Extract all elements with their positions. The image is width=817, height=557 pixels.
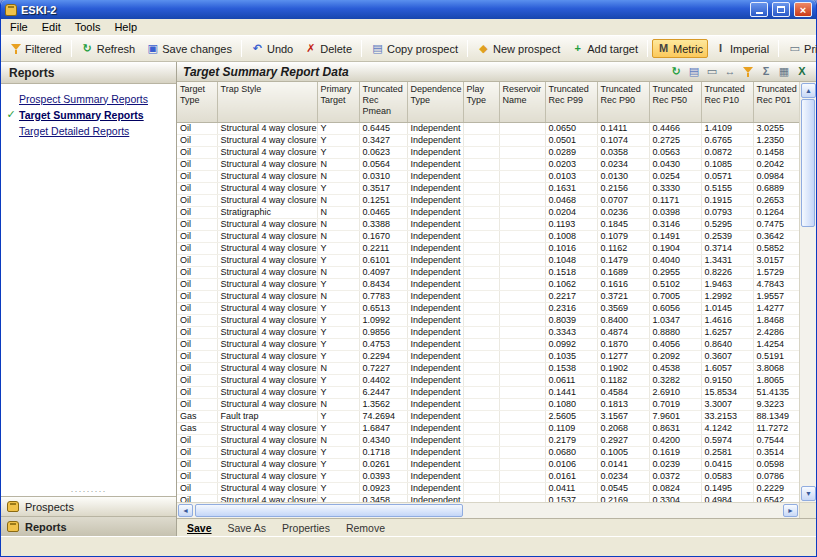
cell[interactable]: Stratigraphic	[217, 206, 317, 218]
cell[interactable]: 0.3282	[649, 374, 701, 386]
cell[interactable]: Oil	[177, 242, 217, 254]
cell[interactable]: 0.2068	[597, 422, 649, 434]
cell[interactable]: 3.1567	[597, 410, 649, 422]
cell[interactable]: 0.1035	[545, 350, 597, 362]
cell[interactable]: 0.4097	[359, 266, 407, 278]
cell[interactable]: 0.3517	[359, 182, 407, 194]
cell[interactable]: 1.3562	[359, 398, 407, 410]
cell[interactable]	[463, 470, 499, 482]
cell[interactable]: 0.9150	[701, 374, 753, 386]
cell[interactable]: 0.2653	[753, 194, 799, 206]
cell[interactable]: 0.6101	[359, 254, 407, 266]
cell[interactable]: 0.5155	[701, 182, 753, 194]
toolbar-print-button[interactable]: ▭Print	[783, 39, 817, 58]
table-row[interactable]: OilStructural 4 way closureY0.3427Indepe…	[177, 134, 799, 146]
cell[interactable]: 0.7227	[359, 362, 407, 374]
toolbar-copy-prospect-button[interactable]: ▤Copy prospect	[366, 39, 463, 58]
cell[interactable]	[499, 278, 545, 290]
cell[interactable]: 0.8434	[359, 278, 407, 290]
cell[interactable]: 0.2581	[701, 446, 753, 458]
column-header-primary-target[interactable]: Primary Target	[317, 82, 359, 122]
footer-tab-save-as[interactable]: Save As	[228, 522, 267, 534]
cell[interactable]: 0.0680	[545, 446, 597, 458]
cell[interactable]: 0.0411	[545, 482, 597, 494]
cell[interactable]: 0.7475	[753, 218, 799, 230]
cell[interactable]: Independent	[407, 398, 463, 410]
cell[interactable]: 3.0157	[753, 254, 799, 266]
header-fit-button[interactable]: ↔	[722, 64, 738, 79]
table-row[interactable]: OilStructural 4 way closureY0.4402Indepe…	[177, 374, 799, 386]
cell[interactable]: Independent	[407, 254, 463, 266]
table-row[interactable]: OilStructural 4 way closureN0.7227Indepe…	[177, 362, 799, 374]
cell[interactable]: 0.4984	[701, 494, 753, 502]
cell[interactable]: 0.2927	[597, 434, 649, 446]
cell[interactable]: 1.6057	[701, 362, 753, 374]
cell[interactable]: Oil	[177, 362, 217, 374]
scroll-right-button[interactable]	[783, 504, 798, 517]
cell[interactable]: 0.4584	[597, 386, 649, 398]
cell[interactable]: 0.1616	[597, 278, 649, 290]
cell[interactable]: Oil	[177, 170, 217, 182]
cell[interactable]: 0.1491	[649, 230, 701, 242]
table-row[interactable]: OilStructural 4 way closureY0.6513Indepe…	[177, 302, 799, 314]
column-header-truncated-rec-pmean[interactable]: Truncated Rec Pmean	[359, 82, 407, 122]
cell[interactable]: 0.1005	[597, 446, 649, 458]
cell[interactable]: 0.0786	[753, 470, 799, 482]
cell[interactable]: Independent	[407, 134, 463, 146]
cell[interactable]: 3.8068	[753, 362, 799, 374]
cell[interactable]: Structural 4 way closure	[217, 194, 317, 206]
cell[interactable]	[499, 134, 545, 146]
cell[interactable]: N	[317, 362, 359, 374]
cell[interactable]: 0.7005	[649, 290, 701, 302]
cell[interactable]: 0.5852	[753, 242, 799, 254]
cell[interactable]: 0.1085	[701, 158, 753, 170]
cell[interactable]: 0.2042	[753, 158, 799, 170]
cell[interactable]: 0.3343	[545, 326, 597, 338]
cell[interactable]: Independent	[407, 326, 463, 338]
cell[interactable]: 0.0236	[597, 206, 649, 218]
cell[interactable]	[463, 278, 499, 290]
cell[interactable]: Oil	[177, 446, 217, 458]
cell[interactable]: Oil	[177, 290, 217, 302]
cell[interactable]: 1.8468	[753, 314, 799, 326]
cell[interactable]: Independent	[407, 434, 463, 446]
cell[interactable]: 0.1109	[545, 422, 597, 434]
cell[interactable]: Independent	[407, 122, 463, 134]
cell[interactable]: Oil	[177, 206, 217, 218]
cell[interactable]: N	[317, 266, 359, 278]
cell[interactable]: Y	[317, 446, 359, 458]
cell[interactable]: Oil	[177, 218, 217, 230]
cell[interactable]: Oil	[177, 314, 217, 326]
cell[interactable]: 0.1171	[649, 194, 701, 206]
cell[interactable]: 15.8534	[701, 386, 753, 398]
cell[interactable]: 0.0564	[359, 158, 407, 170]
header-excel-button[interactable]: X	[794, 64, 810, 79]
cell[interactable]: 0.0289	[545, 146, 597, 158]
cell[interactable]	[499, 458, 545, 470]
cell[interactable]: 0.0611	[545, 374, 597, 386]
cell[interactable]: 33.2153	[701, 410, 753, 422]
cell[interactable]: 0.3569	[597, 302, 649, 314]
toolbar-filtered-button[interactable]: Filtered	[4, 39, 67, 58]
cell[interactable]	[463, 290, 499, 302]
sidebar-link-prospect-summary-reports[interactable]: Prospect Summary Reports	[19, 93, 148, 105]
cell[interactable]: 0.1619	[649, 446, 701, 458]
cell[interactable]: 74.2694	[359, 410, 407, 422]
cell[interactable]: 0.1182	[597, 374, 649, 386]
cell[interactable]: 0.2725	[649, 134, 701, 146]
cell[interactable]: Y	[317, 470, 359, 482]
cell[interactable]: 0.1689	[597, 266, 649, 278]
cell[interactable]	[463, 314, 499, 326]
cell[interactable]: 0.0234	[597, 158, 649, 170]
cell[interactable]	[463, 422, 499, 434]
table-row[interactable]: OilStructural 4 way closureN0.0564Indepe…	[177, 158, 799, 170]
cell[interactable]	[499, 422, 545, 434]
cell[interactable]	[463, 146, 499, 158]
cell[interactable]: 0.1080	[545, 398, 597, 410]
cell[interactable]: Structural 4 way closure	[217, 158, 317, 170]
cell[interactable]	[463, 302, 499, 314]
cell[interactable]	[499, 398, 545, 410]
cell[interactable]: 0.1538	[545, 362, 597, 374]
cell[interactable]: Independent	[407, 242, 463, 254]
cell[interactable]	[463, 122, 499, 134]
